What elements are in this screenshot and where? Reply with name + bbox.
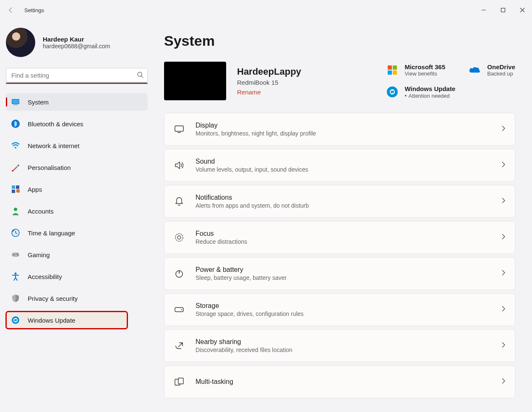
sidebar-item-time[interactable]: Time & language: [6, 224, 148, 242]
setting-sound[interactable]: SoundVolume levels, output, input, sound…: [164, 149, 515, 182]
card-sub: Sleep, battery usage, battery saver: [196, 274, 490, 281]
device-thumbnail: [164, 62, 226, 100]
focus-icon: [174, 232, 185, 243]
minimize-button[interactable]: [474, 3, 493, 18]
setting-nearby-sharing[interactable]: Nearby sharingDiscoverability, received …: [164, 329, 515, 362]
sidebar-item-network[interactable]: Network & internet: [6, 137, 148, 154]
card-sub: Reduce distractions: [196, 238, 490, 245]
search-wrap: [6, 68, 148, 83]
sidebar-item-label: Bluetooth & devices: [28, 120, 83, 128]
power-icon: [174, 268, 185, 279]
setting-power[interactable]: Power & batterySleep, battery usage, bat…: [164, 257, 515, 290]
sidebar-item-label: Apps: [28, 186, 42, 193]
accounts-icon: [11, 206, 20, 216]
device-model: RedmiBook 15: [237, 79, 301, 86]
svg-point-15: [13, 254, 14, 255]
chevron-right-icon: [501, 161, 506, 169]
svg-rect-0: [501, 8, 505, 12]
quicklink-sub: View benefits: [405, 70, 446, 77]
setting-display[interactable]: DisplayMonitors, brightness, night light…: [164, 113, 515, 146]
setting-storage[interactable]: StorageStorage space, drives, configurat…: [164, 293, 515, 326]
sidebar-item-accessibility[interactable]: Accessibility: [6, 268, 148, 285]
search-input[interactable]: [6, 68, 148, 83]
sidebar-item-label: Gaming: [28, 251, 50, 258]
multitask-icon: [174, 376, 185, 387]
sidebar-item-label: Accessibility: [28, 273, 62, 280]
search-highlight-underline: [6, 83, 148, 84]
svg-rect-25: [175, 126, 183, 131]
svg-point-27: [177, 236, 181, 239]
svg-point-12: [14, 208, 17, 211]
maximize-button[interactable]: [493, 3, 513, 18]
share-icon: [174, 340, 185, 351]
svg-rect-22: [388, 70, 392, 75]
sidebar-item-accounts[interactable]: Accounts: [6, 202, 148, 220]
svg-point-7: [12, 170, 13, 172]
back-button[interactable]: [4, 3, 18, 17]
svg-point-24: [387, 86, 398, 97]
m365-icon: [386, 63, 399, 77]
svg-rect-14: [12, 253, 19, 257]
sidebar-item-bluetooth[interactable]: Bluetooth & devices: [6, 115, 148, 133]
accessibility-icon: [11, 272, 20, 281]
svg-point-1: [138, 72, 142, 76]
search-icon[interactable]: [137, 71, 143, 80]
device-name: HardeepLappy: [237, 66, 301, 77]
gaming-icon: [11, 250, 20, 259]
sidebar-item-label: Privacy & security: [28, 295, 78, 302]
main-content: System HardeepLappy RedmiBook 15 Rename …: [149, 20, 532, 412]
sound-icon: [174, 160, 185, 171]
card-title: Multi-tasking: [196, 378, 490, 386]
clock-icon: [11, 228, 20, 237]
card-title: Focus: [196, 230, 490, 237]
update-icon: [11, 316, 20, 325]
svg-rect-3: [12, 99, 19, 104]
svg-rect-9: [16, 185, 19, 189]
page-title: System: [164, 33, 515, 49]
quicklink-title: OneDrive: [487, 63, 515, 70]
svg-point-6: [15, 147, 16, 149]
system-icon: [11, 97, 20, 107]
sidebar-item-label: Windows Update: [28, 317, 75, 324]
update-circle-icon: [386, 85, 399, 99]
bluetooth-icon: [11, 119, 20, 128]
svg-point-18: [15, 273, 17, 275]
chevron-right-icon: [501, 233, 506, 242]
svg-rect-8: [12, 185, 15, 189]
sidebar-item-apps[interactable]: Apps: [6, 180, 148, 198]
shield-icon: [11, 294, 20, 303]
close-button[interactable]: [513, 3, 532, 18]
quicklink-m365[interactable]: Microsoft 365 View benefits: [386, 63, 456, 77]
card-title: Nearby sharing: [196, 338, 490, 346]
setting-notifications[interactable]: NotificationsAlerts from apps and system…: [164, 185, 515, 218]
display-icon: [174, 124, 185, 135]
sidebar-item-label: Time & language: [28, 229, 75, 237]
sidebar-item-windows-update[interactable]: Windows Update: [6, 311, 128, 329]
quicklink-update[interactable]: Windows Update •Attention needed: [386, 85, 456, 99]
titlebar: Settings: [0, 0, 532, 20]
sidebar-item-privacy[interactable]: Privacy & security: [6, 289, 148, 307]
sidebar-item-personalisation[interactable]: Personalisation: [6, 159, 148, 176]
chevron-right-icon: [501, 197, 506, 206]
card-sub: Alerts from apps and system, do not dist…: [196, 202, 490, 209]
paint-icon: [11, 163, 20, 172]
card-title: Sound: [196, 158, 490, 165]
wifi-icon: [11, 141, 20, 150]
svg-rect-4: [13, 104, 18, 105]
setting-multitasking[interactable]: Multi-tasking: [164, 365, 515, 398]
sidebar-item-gaming[interactable]: Gaming: [6, 246, 148, 263]
svg-point-19: [12, 316, 19, 324]
quicklink-onedrive[interactable]: OneDrive Backed up: [468, 63, 515, 77]
apps-icon: [11, 185, 20, 194]
svg-rect-20: [388, 65, 392, 70]
svg-point-17: [18, 255, 18, 256]
sidebar-item-system[interactable]: System: [6, 93, 148, 111]
sidebar-item-label: System: [28, 99, 49, 106]
rename-link[interactable]: Rename: [237, 89, 301, 96]
profile-name: Hardeep Kaur: [43, 36, 110, 43]
profile-block[interactable]: Hardeep Kaur hardeep0688@gmail.com: [6, 24, 149, 64]
sidebar-item-label: Network & internet: [28, 142, 79, 149]
setting-focus[interactable]: FocusReduce distractions: [164, 221, 515, 254]
chevron-right-icon: [501, 269, 506, 278]
card-title: Storage: [196, 302, 490, 310]
